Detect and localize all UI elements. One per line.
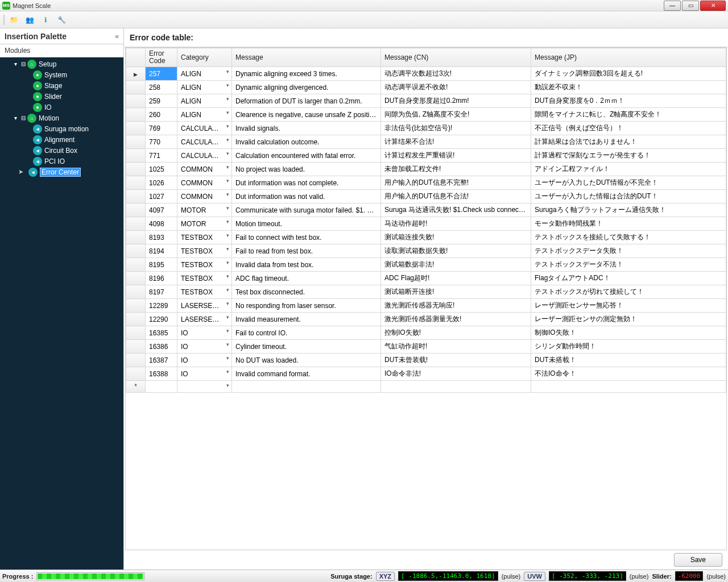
table-row[interactable]: 1027COMMONDut information was not valid.… [126,190,726,203]
row-header[interactable] [126,258,146,272]
tree-item-alignment[interactable]: ◂Alignment [0,134,123,145]
cell-message-cn[interactable]: 非法信号(比如空信号)! [381,122,531,135]
cell-message-cn[interactable]: 激光测距传感器测量无效! [381,313,531,326]
row-header[interactable] [126,163,146,176]
tree-group-motion[interactable]: ▾⊟⌂Motion [0,113,123,123]
cell-category[interactable]: TESTBOX [177,244,232,258]
cell-message-jp[interactable]: 不正信号（例えば空信号）！ [531,122,726,135]
cell-message-jp[interactable]: テストボックスが切れて接続して！ [531,285,726,299]
cell-message[interactable]: Invalid data from test box. [232,258,381,272]
cell-message[interactable]: Invalid command format. [232,367,381,381]
cell-message-jp[interactable]: 制御IO失敗！ [531,326,726,340]
cell-message[interactable]: Fail to read from test box. [232,244,381,258]
col-error-code[interactable]: Error Code [146,48,177,67]
cell-message-jp[interactable]: テストボックスデータ失敗！ [531,244,726,258]
cell-message-jp[interactable]: アドイン工程ファイル！ [531,163,726,176]
cell-message-cn[interactable]: 用户输入的DUT信息不完整! [381,176,531,190]
cell-category[interactable]: TESTBOX [177,231,232,244]
cell-message-cn[interactable]: 气缸动作超时! [381,340,531,354]
cell-message-jp[interactable]: 隙間をマイナスに転じ、Z軸高度不安全！ [531,108,726,122]
row-header[interactable] [126,272,146,285]
window-close-button[interactable]: ✕ [700,1,726,11]
cell-error-code[interactable]: 16386 [146,340,177,354]
cell-message-jp[interactable]: Surugaろく軸プラットフォーム通信失敗！ [531,203,726,217]
cell-message[interactable]: Dut information was not valid. [232,190,381,203]
cell-category[interactable]: COMMON [177,176,232,190]
tree-group-setup[interactable]: ▾⊟⌂Setup [0,59,123,69]
cell-category[interactable]: TESTBOX [177,258,232,272]
cell-error-code[interactable]: 8195 [146,258,177,272]
cell-message-cn[interactable]: 未曾加载工程文件! [381,163,531,176]
table-row[interactable]: 12289LASERSEN...No responding from laser… [126,299,726,313]
cell-message-jp[interactable]: DUT未搭載！ [531,354,726,367]
info-button[interactable]: ℹ [39,13,52,27]
users-button[interactable]: 👥 [23,13,36,27]
col-category[interactable]: Category [177,48,232,67]
cell-message-cn[interactable]: 计算过程发生严重错误! [381,149,531,163]
expander-icon[interactable]: ▾ [11,115,19,121]
table-row[interactable]: 770CALCULATI...Invalid calculation outco… [126,135,726,149]
table-row[interactable]: 8195TESTBOXInvalid data from test box. 测… [126,258,726,272]
cell-message-jp[interactable]: 計算結果は合法ではありません！ [531,135,726,149]
cell-message-cn[interactable]: DUT自身变形度超过0.2mm! [381,94,531,108]
cell-message-cn[interactable]: 测试箱连接失败! [381,231,531,244]
cell-error-code[interactable]: 1025 [146,163,177,176]
cell-message-jp[interactable]: 計算過程で深刻なエラーが発生する！ [531,149,726,163]
cell-error-code[interactable]: 8197 [146,285,177,299]
cell-message-jp[interactable]: ユーザーが入力した情報は合法的DUT！ [531,190,726,203]
cell-error-code[interactable]: 4098 [146,217,177,231]
cell-error-code[interactable]: 258 [146,81,177,94]
row-header[interactable] [126,326,146,340]
cell-message-jp[interactable]: DUT自身変形度を0．2ｍｍ！ [531,94,726,108]
row-header[interactable] [126,381,146,393]
cell-message-jp[interactable]: テストボックスデータ不法！ [531,258,726,272]
cell-message-jp[interactable]: 不法IO命令！ [531,367,726,381]
cell-category[interactable]: ALIGN [177,94,232,108]
cell-message-cn[interactable]: 读取测试箱数据失败! [381,244,531,258]
table-row[interactable]: 16388IOInvalid command format. IO命令非法!不法… [126,367,726,381]
cell-message-jp[interactable]: テストボックスを接続して失敗する！ [531,231,726,244]
tree-item-error-center[interactable]: ➤◂Error Center [0,167,123,177]
cell-message-jp[interactable]: ダイナミック調整回数3回を超える! [531,67,726,81]
table-row[interactable]: 8197TESTBOXTest box disconnected. 测试箱断开连… [126,285,726,299]
row-header[interactable] [126,285,146,299]
tree-item-slider[interactable]: ●Slider [0,91,123,102]
cell-category[interactable]: CALCULATI... [177,149,232,163]
cell-message-cn[interactable]: 间隙为负值, Z轴高度不安全! [381,108,531,122]
cell-message[interactable]: Invalid signals. [232,122,381,135]
table-row[interactable]: 8194TESTBOXFail to read from test box. 读… [126,244,726,258]
table-row[interactable]: 1026COMMONDut information was not comple… [126,176,726,190]
cell-error-code[interactable]: 8196 [146,272,177,285]
cell-category[interactable]: CALCULATI... [177,135,232,149]
cell-message-cn[interactable]: IO命令非法! [381,367,531,381]
cell-message[interactable]: Clearence is negative, cause unsafe Z po… [232,108,381,122]
open-folder-button[interactable]: 📁 [7,13,20,27]
table-row[interactable]: 16386IOCylinder timeout. 气缸动作超时!シリンダ動作時間… [126,340,726,354]
cell-error-code[interactable]: 8193 [146,231,177,244]
cell-message[interactable]: Dynamic aligning exceed 3 times. [232,67,381,81]
cell-error-code[interactable]: 8194 [146,244,177,258]
tree-item-stage[interactable]: ●Stage [0,80,123,91]
cell-category[interactable]: LASERSEN... [177,299,232,313]
cell-message-jp[interactable]: レーザ測距センサー無応答！ [531,299,726,313]
row-header[interactable] [126,217,146,231]
table-row[interactable]: 12290LASERSEN...Invalid measurement. 激光测… [126,313,726,326]
cell-message-cn[interactable]: Suruga 马达通讯失败! $1.Check usb connection$2… [381,203,531,217]
table-row[interactable]: 260ALIGNClearence is negative, cause uns… [126,108,726,122]
row-header[interactable] [126,244,146,258]
table-new-row[interactable] [126,381,726,393]
error-table-wrapper[interactable]: Error Code Category Message Message (CN)… [125,47,727,550]
cell-error-code[interactable]: 16387 [146,354,177,367]
table-row[interactable]: 16385IOFail to control IO. 控制IO失败!制御IO失敗… [126,326,726,340]
settings-button[interactable]: 🔧 [55,13,68,27]
cell-category[interactable]: ALIGN [177,81,232,94]
cell-category[interactable]: COMMON [177,190,232,203]
col-message-jp[interactable]: Message (JP) [531,48,726,67]
cell-message-cn[interactable]: 控制IO失败! [381,326,531,340]
cell-message-cn[interactable]: 计算结果不合法! [381,135,531,149]
cell-message-cn[interactable]: 测试箱数据非法! [381,258,531,272]
cell-error-code[interactable]: 12289 [146,299,177,313]
save-button[interactable]: Save [674,553,722,567]
cell-message[interactable]: No DUT was loaded. [232,354,381,367]
cell-message[interactable]: Fail to control IO. [232,326,381,340]
